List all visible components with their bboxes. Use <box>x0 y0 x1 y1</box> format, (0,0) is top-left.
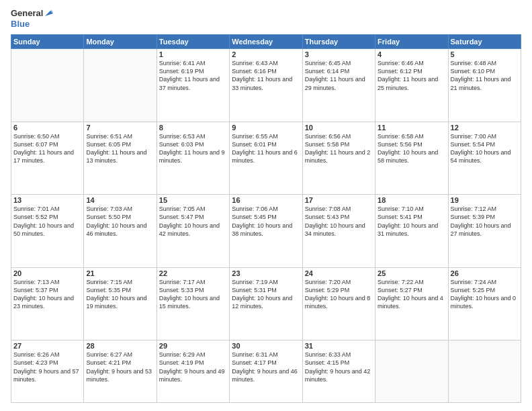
calendar-cell: 21Sunrise: 7:15 AM Sunset: 5:35 PM Dayli… <box>84 267 157 340</box>
calendar-cell: 19Sunrise: 7:12 AM Sunset: 5:39 PM Dayli… <box>448 195 521 268</box>
day-number: 5 <box>451 50 519 58</box>
day-info: Sunrise: 7:13 AM Sunset: 5:37 PM Dayligh… <box>13 278 81 311</box>
calendar-cell: 4Sunrise: 6:46 AM Sunset: 6:12 PM Daylig… <box>375 49 448 122</box>
calendar-week-1: 1Sunrise: 6:41 AM Sunset: 6:19 PM Daylig… <box>11 49 521 122</box>
day-number: 4 <box>378 50 445 58</box>
weekday-header-sunday: Sunday <box>11 35 84 49</box>
day-number: 8 <box>159 124 227 132</box>
day-info: Sunrise: 7:24 AM Sunset: 5:25 PM Dayligh… <box>451 278 519 311</box>
calendar-cell: 31Sunrise: 6:33 AM Sunset: 4:15 PM Dayli… <box>302 340 375 403</box>
calendar-cell: 8Sunrise: 6:53 AM Sunset: 6:03 PM Daylig… <box>157 122 229 195</box>
calendar-cell: 29Sunrise: 6:29 AM Sunset: 4:19 PM Dayli… <box>157 340 229 403</box>
day-info: Sunrise: 6:46 AM Sunset: 6:12 PM Dayligh… <box>378 59 445 92</box>
weekday-header-saturday: Saturday <box>448 35 521 49</box>
weekday-header-thursday: Thursday <box>302 35 375 49</box>
calendar-cell: 24Sunrise: 7:20 AM Sunset: 5:29 PM Dayli… <box>302 267 375 340</box>
calendar-cell: 5Sunrise: 6:48 AM Sunset: 6:10 PM Daylig… <box>448 49 521 122</box>
day-number: 3 <box>305 50 373 58</box>
calendar-cell: 3Sunrise: 6:45 AM Sunset: 6:14 PM Daylig… <box>302 49 375 122</box>
day-info: Sunrise: 7:22 AM Sunset: 5:27 PM Dayligh… <box>378 278 445 311</box>
day-info: Sunrise: 7:08 AM Sunset: 5:43 PM Dayligh… <box>305 205 373 238</box>
calendar-cell <box>11 49 84 122</box>
calendar-cell: 27Sunrise: 6:26 AM Sunset: 4:23 PM Dayli… <box>11 340 84 403</box>
calendar-cell: 7Sunrise: 6:51 AM Sunset: 6:05 PM Daylig… <box>84 122 157 195</box>
calendar-cell: 22Sunrise: 7:17 AM Sunset: 5:33 PM Dayli… <box>157 267 229 340</box>
day-info: Sunrise: 6:43 AM Sunset: 6:16 PM Dayligh… <box>232 59 300 92</box>
calendar-cell: 23Sunrise: 7:19 AM Sunset: 5:31 PM Dayli… <box>230 267 302 340</box>
day-info: Sunrise: 6:41 AM Sunset: 6:19 PM Dayligh… <box>159 59 227 92</box>
weekday-header-tuesday: Tuesday <box>157 35 229 49</box>
day-number: 10 <box>305 124 373 132</box>
day-info: Sunrise: 6:45 AM Sunset: 6:14 PM Dayligh… <box>305 59 373 92</box>
day-info: Sunrise: 6:48 AM Sunset: 6:10 PM Dayligh… <box>451 59 519 92</box>
calendar-cell: 18Sunrise: 7:10 AM Sunset: 5:41 PM Dayli… <box>375 195 448 268</box>
day-number: 29 <box>159 342 227 350</box>
calendar-cell: 30Sunrise: 6:31 AM Sunset: 4:17 PM Dayli… <box>230 340 302 403</box>
day-info: Sunrise: 6:56 AM Sunset: 5:58 PM Dayligh… <box>305 132 373 165</box>
day-number: 6 <box>13 124 81 132</box>
day-info: Sunrise: 7:06 AM Sunset: 5:45 PM Dayligh… <box>232 205 300 238</box>
day-info: Sunrise: 7:03 AM Sunset: 5:50 PM Dayligh… <box>86 205 154 238</box>
day-number: 26 <box>451 269 519 277</box>
day-number: 12 <box>451 124 519 132</box>
calendar-cell <box>375 340 448 403</box>
logo-blue: Blue <box>11 19 30 29</box>
calendar-cell: 26Sunrise: 7:24 AM Sunset: 5:25 PM Dayli… <box>448 267 521 340</box>
calendar-cell: 11Sunrise: 6:58 AM Sunset: 5:56 PM Dayli… <box>375 122 448 195</box>
day-info: Sunrise: 6:26 AM Sunset: 4:23 PM Dayligh… <box>13 351 81 383</box>
day-number: 28 <box>86 342 154 350</box>
day-info: Sunrise: 7:05 AM Sunset: 5:47 PM Dayligh… <box>159 205 227 238</box>
calendar-week-3: 13Sunrise: 7:01 AM Sunset: 5:52 PM Dayli… <box>11 195 521 268</box>
day-info: Sunrise: 6:58 AM Sunset: 5:56 PM Dayligh… <box>378 132 445 165</box>
calendar-cell: 15Sunrise: 7:05 AM Sunset: 5:47 PM Dayli… <box>157 195 229 268</box>
day-number: 18 <box>378 196 445 204</box>
logo-text: General Blue <box>11 8 53 29</box>
day-number: 21 <box>86 269 154 277</box>
calendar-cell: 17Sunrise: 7:08 AM Sunset: 5:43 PM Dayli… <box>302 195 375 268</box>
day-number: 7 <box>86 124 154 132</box>
day-info: Sunrise: 6:31 AM Sunset: 4:17 PM Dayligh… <box>232 351 300 383</box>
calendar-cell <box>84 49 157 122</box>
day-number: 16 <box>232 196 300 204</box>
day-info: Sunrise: 6:29 AM Sunset: 4:19 PM Dayligh… <box>159 351 227 383</box>
page: General Blue SundayMondayTuesdayWednesda… <box>0 0 532 411</box>
day-info: Sunrise: 7:12 AM Sunset: 5:39 PM Dayligh… <box>451 205 519 238</box>
calendar-cell: 13Sunrise: 7:01 AM Sunset: 5:52 PM Dayli… <box>11 195 84 268</box>
day-number: 11 <box>378 124 445 132</box>
calendar-cell: 9Sunrise: 6:55 AM Sunset: 6:01 PM Daylig… <box>230 122 302 195</box>
day-info: Sunrise: 7:10 AM Sunset: 5:41 PM Dayligh… <box>378 205 445 238</box>
day-info: Sunrise: 7:15 AM Sunset: 5:35 PM Dayligh… <box>86 278 154 311</box>
day-info: Sunrise: 6:50 AM Sunset: 6:07 PM Dayligh… <box>13 132 81 165</box>
day-number: 22 <box>159 269 227 277</box>
weekday-header-monday: Monday <box>84 35 157 49</box>
calendar-cell: 12Sunrise: 7:00 AM Sunset: 5:54 PM Dayli… <box>448 122 521 195</box>
calendar-cell: 1Sunrise: 6:41 AM Sunset: 6:19 PM Daylig… <box>157 49 229 122</box>
day-info: Sunrise: 6:51 AM Sunset: 6:05 PM Dayligh… <box>86 132 154 165</box>
calendar-cell: 16Sunrise: 7:06 AM Sunset: 5:45 PM Dayli… <box>230 195 302 268</box>
day-number: 23 <box>232 269 300 277</box>
calendar-cell: 28Sunrise: 6:27 AM Sunset: 4:21 PM Dayli… <box>84 340 157 403</box>
day-number: 30 <box>232 342 300 350</box>
calendar-cell: 6Sunrise: 6:50 AM Sunset: 6:07 PM Daylig… <box>11 122 84 195</box>
calendar-table: SundayMondayTuesdayWednesdayThursdayFrid… <box>11 34 521 403</box>
day-info: Sunrise: 7:20 AM Sunset: 5:29 PM Dayligh… <box>305 278 373 311</box>
calendar-week-4: 20Sunrise: 7:13 AM Sunset: 5:37 PM Dayli… <box>11 267 521 340</box>
day-number: 9 <box>232 124 300 132</box>
day-number: 15 <box>159 196 227 204</box>
day-number: 24 <box>305 269 373 277</box>
day-number: 25 <box>378 269 445 277</box>
day-number: 27 <box>13 342 81 350</box>
day-info: Sunrise: 6:53 AM Sunset: 6:03 PM Dayligh… <box>159 132 227 165</box>
weekday-header-wednesday: Wednesday <box>230 35 302 49</box>
day-number: 2 <box>232 50 300 58</box>
day-number: 19 <box>451 196 519 204</box>
header: General Blue <box>11 8 521 29</box>
day-info: Sunrise: 6:27 AM Sunset: 4:21 PM Dayligh… <box>86 351 154 383</box>
calendar-cell <box>448 340 521 403</box>
weekday-header-friday: Friday <box>375 35 448 49</box>
day-number: 20 <box>13 269 81 277</box>
day-number: 13 <box>13 196 81 204</box>
day-number: 17 <box>305 196 373 204</box>
calendar-cell: 10Sunrise: 6:56 AM Sunset: 5:58 PM Dayli… <box>302 122 375 195</box>
day-number: 31 <box>305 342 373 350</box>
